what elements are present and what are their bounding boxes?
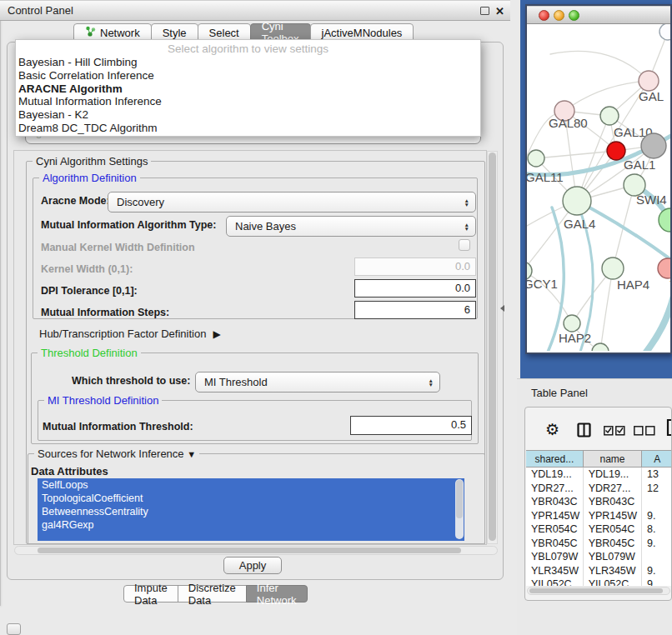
table-row[interactable]: YBR043CYBR043C [526,495,672,509]
close-window-icon[interactable]: ✕ [495,8,504,16]
table-cell[interactable]: 9. [642,537,672,551]
unchecked-checkbox-icon[interactable] [634,426,655,436]
table-cell[interactable]: YBL079W [526,550,584,564]
kernel-width-input[interactable]: 0.0 [354,258,476,276]
settings-hscrollbar-thumb[interactable] [38,548,461,553]
network-node-hap2[interactable] [564,315,580,332]
dpi-tolerance-input[interactable]: 0.0 [354,279,476,298]
table-cell[interactable]: YIL052C [584,578,642,586]
table-row[interactable]: YBL079WYBL079W [526,550,672,564]
table-row[interactable]: YDR27...YDR27...12 [526,482,672,496]
table-cell[interactable]: 12 [642,482,672,496]
dropdown-item-basic-correlation-inference[interactable]: Basic Correlation Inference [16,69,480,82]
dropdown-item-dream8-dc-tdc-algorithm[interactable]: Dream8 DC_TDC Algorithm [16,122,480,135]
sources-group-title[interactable]: Sources for Network Inference ▼ [34,448,199,460]
table-row[interactable]: YPR145WYPR145W9. [526,509,672,523]
table-cell[interactable]: YER054C [526,522,584,537]
divider-arrow-icon[interactable] [500,305,504,312]
table-cell[interactable]: YDR27... [526,482,584,496]
network-edge[interactable] [564,81,649,111]
column-header-name[interactable]: name [584,450,643,468]
document-icon[interactable] [666,418,672,437]
network-node-gal10[interactable] [600,107,619,125]
network-node[interactable] [592,343,609,351]
table-hscrollbar[interactable] [527,587,670,595]
network-edge[interactable] [550,51,649,81]
checked-checkbox-icon[interactable] [604,426,625,436]
table-cell[interactable]: YBL079W [584,550,642,564]
dropdown-item-mutual-information-inference[interactable]: Mutual Information Inference [16,95,480,108]
network-canvas[interactable]: GALGAL80GAL10GAL1GAL11SWI4GAL4GCY1HAP4YH… [527,24,670,351]
table-cell[interactable] [642,550,672,564]
table-row[interactable]: YIL052CYIL052C9. [526,578,672,586]
column-header-a[interactable]: A [642,450,672,468]
mi-type-combo[interactable]: Naive Bayes ▲▼ [226,216,476,237]
mac-close-button[interactable] [539,10,549,21]
attribute-item-selfloops[interactable]: SelfLoops [38,478,464,492]
collapse-panel-button[interactable] [7,623,21,635]
attribute-item-topologicalcoefficient[interactable]: TopologicalCoefficient [38,492,464,505]
network-node-gal4[interactable] [563,187,591,215]
table-cell[interactable]: 13 [642,468,672,482]
table-cell[interactable]: YDL19... [584,468,642,482]
network-node-y[interactable] [658,258,670,278]
table-cell[interactable]: YPR145W [584,509,642,523]
table-row[interactable]: YBR045CYBR045C9. [526,537,672,551]
table-cell[interactable] [642,495,672,509]
network-edge[interactable] [642,292,670,351]
table-cell[interactable]: YER054C [584,522,642,537]
table-cell[interactable]: YBR043C [526,495,584,509]
table-cell[interactable]: 8. [642,522,672,537]
mi-steps-input[interactable]: 6 [354,301,476,319]
table-row[interactable]: YER054CYER054C8. [526,522,672,537]
table-hscrollbar-thumb[interactable] [529,588,663,593]
network-node-hap4[interactable] [602,258,624,279]
network-node-gal[interactable] [639,71,659,91]
settings-hscrollbar[interactable] [14,546,498,555]
data-attributes-list[interactable]: SelfLoopsTopologicalCoefficientBetweenne… [38,478,464,541]
apply-button[interactable]: Apply [223,557,282,574]
attribute-item-gal4rgexp[interactable]: gal4RGexp [38,518,464,532]
dropdown-item-aracne-algorithm[interactable]: ARACNE Algorithm [16,82,480,96]
table-row[interactable]: YLR345WYLR345W9. [526,564,672,578]
column-header-shared[interactable]: shared... [526,450,584,468]
table-cell[interactable]: YBR045C [526,537,584,551]
hub-definition-expander[interactable]: Hub/Transcription Factor Definition ▶ [39,328,221,340]
which-threshold-combo[interactable]: MI Threshold ▲▼ [195,372,440,392]
table-cell[interactable]: 9. [642,578,672,586]
table-row[interactable]: YDL19...YDL19...13 [526,468,672,482]
aracne-mode-combo[interactable]: Discovery ▲▼ [108,192,476,212]
table-cell[interactable]: YIL052C [526,578,584,586]
manual-kernel-checkbox[interactable] [459,239,470,251]
table-cell[interactable]: YPR145W [526,509,584,523]
network-node-gal1[interactable] [607,142,625,160]
attribute-item-betweennesscentrality[interactable]: BetweennessCentrality [38,505,464,518]
network-node[interactable] [659,24,670,40]
bottom-tab-discretize-data[interactable]: Discretize Data [178,585,247,602]
dropdown-item-bayesian-hill-climbing[interactable]: Bayesian - Hill Climbing [16,56,480,69]
settings-vscrollbar-thumb[interactable] [489,152,496,541]
network-node-gal11[interactable] [528,150,544,167]
table-cell[interactable]: 9. [642,509,672,523]
table-cell[interactable]: YBR045C [584,537,642,551]
table-cell[interactable]: YDL19... [526,468,584,482]
mi-threshold-input[interactable]: 0.5 [350,416,472,435]
bottom-tab-impute-data[interactable]: Impute Data [123,585,178,602]
network-window-titlebar[interactable] [527,6,670,24]
table-cell[interactable]: YDR27... [584,482,642,496]
gear-icon[interactable]: ⚙ [545,420,559,439]
network-node[interactable] [659,208,670,232]
network-node[interactable] [641,133,666,158]
settings-vscrollbar[interactable] [487,151,498,544]
control-panel-titlebar[interactable]: Control Panel ✕ [0,0,510,21]
mac-minimize-button[interactable] [554,10,564,21]
attributes-scrollbar[interactable] [455,479,464,539]
bottom-tab-infer-network[interactable]: Infer Network [246,585,308,602]
table-cell[interactable]: YLR345W [526,564,584,578]
columns-icon[interactable] [577,422,591,438]
attributes-scrollbar-thumb[interactable] [456,480,463,518]
table-cell[interactable]: YBR043C [584,495,642,509]
table-cell[interactable]: 9. [642,564,672,578]
table-cell[interactable]: YLR345W [584,564,642,578]
float-window-icon[interactable] [480,7,489,15]
